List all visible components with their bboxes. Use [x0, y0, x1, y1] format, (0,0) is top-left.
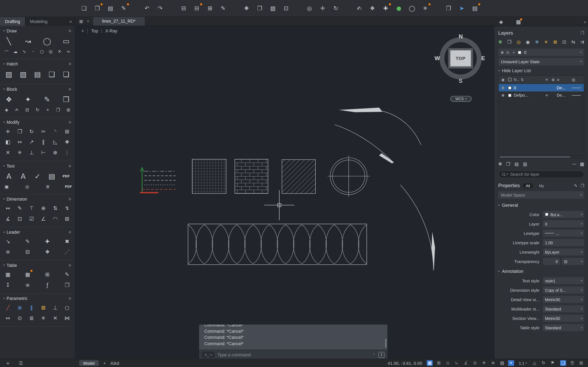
property-dropdown[interactable]: Metric50▾: [543, 315, 584, 322]
sun-icon[interactable]: ☀: [544, 93, 550, 97]
tangent-constraint-tool[interactable]: ○: [63, 304, 71, 311]
transparency-input[interactable]: 0: [543, 258, 560, 265]
copy-tool[interactable]: ❐: [16, 128, 24, 135]
stretch-tool[interactable]: ↔: [16, 138, 24, 146]
aligned-dimension-tool[interactable]: ∡: [4, 215, 12, 222]
collect-leaders-tool[interactable]: ⊟: [24, 248, 31, 256]
trim-tool[interactable]: ✂: [40, 128, 47, 135]
geometric-constraint-tool[interactable]: ╱: [4, 304, 12, 311]
diagonal-hatch-entity[interactable]: [282, 160, 315, 193]
perpendicular-constraint-tool[interactable]: ⊥: [52, 304, 59, 311]
lock-layer-icon[interactable]: ⊠: [553, 40, 557, 44]
name-column-header[interactable]: N...: [514, 77, 520, 82]
text-mask-tool[interactable]: ▣: [3, 184, 10, 190]
path-array-tool[interactable]: ❖: [63, 138, 71, 146]
solid-hatch-tool[interactable]: ▧: [18, 70, 28, 79]
pdf-import-tool[interactable]: PDF: [61, 172, 71, 181]
section-gear-icon[interactable]: ✳: [68, 28, 72, 33]
purge-icon[interactable]: ✳: [421, 4, 429, 12]
write-block-tool[interactable]: ◈: [3, 107, 10, 113]
single-text-tool[interactable]: A: [4, 172, 13, 181]
detach-palette-icon[interactable]: ❐: [580, 30, 584, 35]
coincident-constraint-tool[interactable]: ⊚: [16, 304, 24, 311]
drawing-tab[interactable]: lines_27_11_RD*: [93, 17, 145, 25]
sheets-palette-tab-icon[interactable]: ▦: [516, 19, 521, 25]
dynamic-input-icon[interactable]: ⌖: [508, 360, 514, 366]
drawing-canvas[interactable]: ▦ + lines_27_11_RD* + Top X-Ray: [75, 17, 494, 359]
property-dropdown[interactable]: Metric50▾: [543, 296, 584, 303]
show-constraints-tool[interactable]: ≣: [28, 314, 35, 322]
snap-tracking-icon[interactable]: ✛: [481, 360, 487, 366]
check-dimension-tool[interactable]: ☑: [28, 215, 35, 222]
tolerance-tool[interactable]: ⊞: [63, 215, 71, 222]
property-dropdown[interactable]: ByLa...▾: [543, 211, 584, 218]
circle-tool[interactable]: ◯: [42, 36, 52, 46]
justify-text-tool[interactable]: ≣: [44, 184, 51, 190]
columns-icon[interactable]: ▦: [580, 162, 584, 166]
property-dropdown[interactable]: style1▾: [543, 277, 584, 284]
mirror-tool[interactable]: ◧: [4, 138, 12, 146]
transparency-dropdown[interactable]: ▨▾: [562, 258, 584, 265]
array-tool[interactable]: ⊞: [63, 128, 71, 135]
hatch-sample-entities[interactable]: [188, 155, 370, 264]
viewport-menu-button[interactable]: +: [81, 29, 84, 33]
sheet-set-icon[interactable]: ▤: [471, 4, 479, 12]
tab-drafting[interactable]: Drafting: [0, 17, 25, 26]
mtext-tool[interactable]: A: [18, 172, 28, 181]
viewcube-cube[interactable]: TOP: [448, 48, 473, 68]
current-layer-control[interactable]: ⊠ ☀ 0 ▾: [498, 49, 584, 56]
table-style-tool[interactable]: ✎: [63, 271, 71, 278]
print-icon[interactable]: ⊟: [180, 4, 188, 12]
break-tool[interactable]: ⊢: [40, 149, 47, 156]
define-attribute-tool[interactable]: ❒: [61, 95, 71, 104]
table-tool[interactable]: ▦: [4, 271, 12, 278]
command-input[interactable]: [217, 352, 370, 357]
multileader-tool[interactable]: ↘: [4, 238, 12, 245]
unisolate-layer-icon[interactable]: ◉: [526, 40, 530, 44]
layer-row-defpo[interactable]: Defpo...☀De...: [499, 92, 584, 99]
spline-tool[interactable]: ∿: [21, 49, 27, 55]
hardware-acceleration-icon[interactable]: ☰: [569, 360, 575, 366]
angular-dimension-tool[interactable]: ∠: [40, 215, 47, 222]
match-properties-icon[interactable]: ❖: [368, 4, 377, 12]
cell-align-tool[interactable]: ≡: [24, 281, 31, 289]
scale-tool[interactable]: ↗: [28, 138, 35, 146]
edit-attribute-tool[interactable]: ✍: [14, 107, 20, 113]
erase-tool[interactable]: ✕: [4, 149, 12, 156]
field-tool[interactable]: ▤: [47, 172, 57, 181]
section-gear-icon[interactable]: ✳: [68, 197, 72, 202]
tab-overview-icon[interactable]: ▦: [79, 19, 83, 23]
xref-attach-icon[interactable]: ❐: [256, 4, 264, 12]
linetype-sample[interactable]: [572, 95, 582, 95]
section-collapse-icon[interactable]: ▾: [3, 165, 5, 167]
viewcube-top-face[interactable]: TOP: [450, 50, 471, 67]
align-leaders-tool[interactable]: ≡: [4, 248, 12, 256]
lock-constraint-tool[interactable]: ⊠: [40, 304, 47, 311]
grid-hatch-entity[interactable]: [192, 159, 226, 193]
annotation-monitor-icon[interactable]: ⚑: [550, 360, 556, 366]
multileader-style-tool[interactable]: ❖: [44, 248, 51, 256]
layer-row-0[interactable]: 0De...: [499, 84, 584, 92]
auto-constrain-tool[interactable]: ✳: [40, 314, 47, 322]
remove-layer-icon[interactable]: —: [572, 162, 577, 166]
ordinate-dimension-tool[interactable]: ⊤: [28, 204, 35, 212]
viewcube-west[interactable]: W: [435, 55, 440, 61]
move-tool[interactable]: ✛: [4, 128, 12, 135]
scrollbar-thumb[interactable]: [499, 156, 570, 158]
columns-settings-icon[interactable]: ▤: [572, 77, 582, 82]
add-leader-tool[interactable]: ✚: [44, 238, 51, 245]
add-tool-icon[interactable]: +: [6, 361, 10, 365]
xref-tool[interactable]: ❐: [55, 107, 61, 113]
wcs-control[interactable]: WCS ▾: [450, 96, 471, 102]
polar-tracking-icon[interactable]: ∠: [463, 360, 469, 366]
quick-dimension-tool[interactable]: ✎: [16, 204, 24, 212]
new-layer-icon[interactable]: ❋: [498, 40, 502, 44]
viewcube-north[interactable]: N: [459, 33, 463, 39]
merge-layer-icon[interactable]: ⇉: [580, 40, 584, 44]
layer-search-field[interactable]: ▾ Search for layer: [498, 170, 584, 178]
section-collapse-icon[interactable]: ▾: [3, 29, 5, 33]
annotation-visibility-icon[interactable]: △: [531, 360, 537, 366]
save-icon[interactable]: ▤: [106, 4, 115, 12]
section-gear-icon[interactable]: ✳: [68, 164, 72, 168]
fillet-tool[interactable]: ◝: [52, 128, 59, 135]
